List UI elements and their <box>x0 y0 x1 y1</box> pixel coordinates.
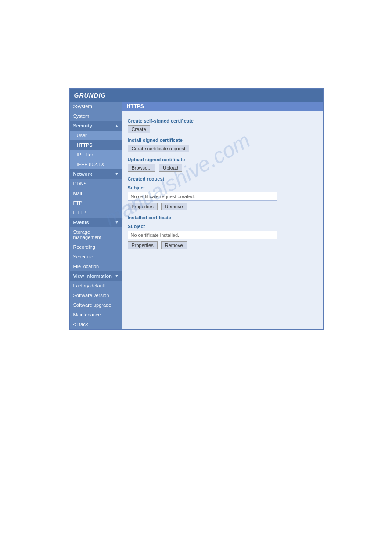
content-body: Create self-signed certificate Create In… <box>122 111 323 255</box>
sidebar-item-ieee[interactable]: IEEE 802.1X <box>70 160 122 169</box>
sidebar-item-schedule[interactable]: Schedule <box>70 252 122 261</box>
content-header: HTTPS <box>122 102 323 111</box>
created-properties-button[interactable]: Properties <box>128 203 158 210</box>
created-request-title: Created request <box>128 176 317 181</box>
network-arrow: ▼ <box>115 172 119 176</box>
sidebar-item-user[interactable]: User <box>70 131 122 140</box>
create-cert-request-button[interactable]: Create certificate request <box>128 145 190 152</box>
app-container: GRUNDIG >System System Security ▲ User H… <box>69 88 324 330</box>
upload-row: Browse... Upload <box>128 164 317 172</box>
browse-button[interactable]: Browse... <box>128 164 156 172</box>
sidebar-item-ddns[interactable]: DDNS <box>70 179 122 189</box>
installed-remove-button[interactable]: Remove <box>161 241 187 249</box>
installed-cert-btn-row: Properties Remove <box>128 241 317 249</box>
created-remove-button[interactable]: Remove <box>161 203 187 210</box>
created-request-subject-value: No certificate request created. <box>128 192 277 201</box>
created-request-btn-row: Properties Remove <box>128 203 317 210</box>
sidebar-item-view-info[interactable]: View information ▼ <box>70 271 122 281</box>
sidebar-item-system-link[interactable]: >System <box>70 102 122 111</box>
created-request-subject-label: Subject <box>128 185 317 190</box>
sidebar-item-ip-filter[interactable]: IP Filter <box>70 150 122 160</box>
sidebar-item-network[interactable]: Network ▼ <box>70 169 122 179</box>
sidebar: >System System Security ▲ User HTTPS IP … <box>70 102 122 329</box>
sidebar-item-storage[interactable]: Storage management <box>70 227 122 242</box>
sidebar-item-software-upgrade[interactable]: Software upgrade <box>70 300 122 310</box>
create-self-signed-title: Create self-signed certificate <box>128 118 317 123</box>
sidebar-item-maintenance[interactable]: Maintenance <box>70 310 122 319</box>
sidebar-item-recording[interactable]: Recording <box>70 242 122 252</box>
sidebar-item-file-location[interactable]: File location <box>70 261 122 271</box>
create-button[interactable]: Create <box>128 125 150 133</box>
sidebar-item-system[interactable]: System <box>70 111 122 121</box>
main-content: HTTPS Create self-signed certificate Cre… <box>122 102 323 329</box>
install-signed-title: Install signed certificate <box>128 138 317 143</box>
installed-cert-subject-label: Subject <box>128 224 317 229</box>
app-wrapper: manualshive.com GRUNDIG >System System S… <box>69 88 324 330</box>
sidebar-item-back[interactable]: < Back <box>70 319 122 329</box>
installed-cert-subject-value: No certificate installed. <box>128 231 277 239</box>
sidebar-item-factory[interactable]: Factory default <box>70 281 122 290</box>
top-rule <box>0 9 392 9</box>
sidebar-item-https[interactable]: HTTPS <box>70 140 122 150</box>
brand-logo: GRUNDIG <box>74 92 106 99</box>
sidebar-item-http[interactable]: HTTP <box>70 208 122 218</box>
installed-cert-title: Installed certificate <box>128 215 317 220</box>
security-arrow: ▲ <box>115 123 119 128</box>
app-body: >System System Security ▲ User HTTPS IP … <box>70 102 323 329</box>
app-header: GRUNDIG <box>70 89 323 102</box>
installed-properties-button[interactable]: Properties <box>128 241 158 249</box>
sidebar-item-software-version[interactable]: Software version <box>70 290 122 300</box>
sidebar-item-security[interactable]: Security ▲ <box>70 121 122 131</box>
sidebar-item-events[interactable]: Events ▼ <box>70 218 122 227</box>
bottom-rule <box>0 546 392 546</box>
upload-signed-title: Upload signed certificate <box>128 157 317 162</box>
sidebar-item-mail[interactable]: Mail <box>70 189 122 198</box>
page-wrapper: manualshive.com GRUNDIG >System System S… <box>0 0 392 555</box>
events-arrow: ▼ <box>115 220 119 225</box>
upload-button[interactable]: Upload <box>159 164 182 172</box>
sidebar-item-ftp[interactable]: FTP <box>70 198 122 208</box>
view-info-arrow: ▼ <box>115 274 119 278</box>
